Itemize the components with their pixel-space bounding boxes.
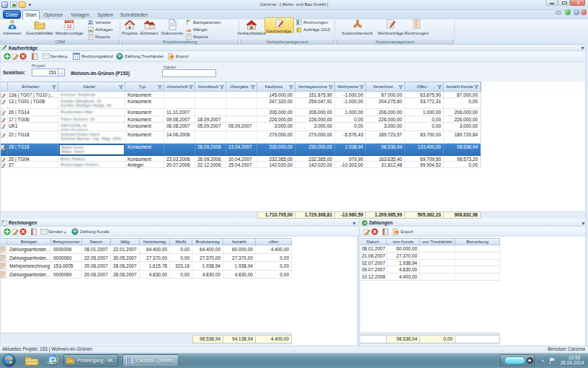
svg-text:12: 12 <box>66 24 72 29</box>
